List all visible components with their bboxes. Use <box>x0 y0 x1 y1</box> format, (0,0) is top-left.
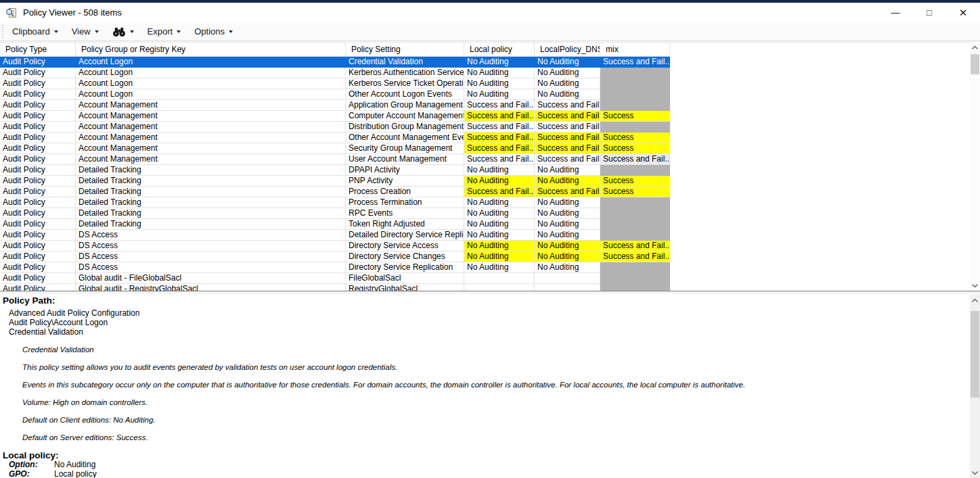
table-cell[interactable]: Success <box>600 187 670 197</box>
table-cell[interactable]: No Auditing <box>464 252 535 262</box>
table-cell[interactable]: No Auditing <box>535 197 600 208</box>
scrollbar-track[interactable] <box>970 53 980 280</box>
table-cell[interactable]: Success <box>600 143 670 154</box>
scroll-up-button[interactable] <box>970 295 980 306</box>
table-cell[interactable]: RPC Events <box>346 208 464 219</box>
table-cell[interactable]: Audit Policy <box>0 176 76 187</box>
table-cell[interactable]: Success and Fail... <box>600 57 670 68</box>
table-cell[interactable] <box>600 197 670 208</box>
table-cell[interactable]: Success and Fail... <box>464 122 535 133</box>
menu-view[interactable]: View <box>67 24 104 39</box>
table-cell[interactable]: No Auditing <box>535 252 600 262</box>
table-cell[interactable]: No Auditing <box>464 165 535 176</box>
table-row[interactable]: Audit PolicyGlobal audit - FileGlobalSac… <box>0 273 970 284</box>
column-header-policy-setting[interactable]: Policy Setting <box>346 43 464 57</box>
table-cell[interactable] <box>600 68 670 78</box>
table-cell[interactable] <box>464 284 535 291</box>
table-cell[interactable] <box>600 122 670 133</box>
table-cell[interactable]: Audit Policy <box>0 154 76 165</box>
table-cell[interactable]: Success and Fail... <box>600 241 670 252</box>
table-cell[interactable]: No Auditing <box>535 78 600 89</box>
table-row[interactable]: Audit PolicyAccount LogonCredential Vali… <box>0 57 970 68</box>
table-cell[interactable]: Success <box>600 176 670 187</box>
table-cell[interactable]: Audit Policy <box>0 187 76 197</box>
table-cell[interactable]: Distribution Group Management <box>346 122 464 133</box>
table-cell[interactable]: Audit Policy <box>0 230 76 241</box>
table-cell[interactable]: No Auditing <box>464 176 535 187</box>
table-row[interactable]: Audit PolicyDS AccessDetailed Directory … <box>0 230 970 241</box>
menu-find[interactable] <box>108 24 139 40</box>
table-cell[interactable]: Detailed Tracking <box>76 208 346 219</box>
table-cell[interactable] <box>600 100 670 111</box>
table-cell[interactable]: Success <box>600 133 670 143</box>
table-cell[interactable]: Success and Fail... <box>464 111 535 122</box>
table-cell[interactable]: Kerberos Authentication Service <box>346 68 464 78</box>
table-row[interactable]: Audit PolicyGlobal audit - RegistryGloba… <box>0 284 970 291</box>
table-cell[interactable]: DS Access <box>76 230 346 241</box>
table-cell[interactable]: Detailed Tracking <box>76 197 346 208</box>
table-cell[interactable]: Success and Fail... <box>535 122 600 133</box>
table-cell[interactable] <box>600 230 670 241</box>
table-cell[interactable]: No Auditing <box>464 78 535 89</box>
table-cell[interactable]: Success and Fail... <box>535 187 600 197</box>
table-cell[interactable]: Process Creation <box>346 187 464 197</box>
table-cell[interactable]: Audit Policy <box>0 68 76 78</box>
table-cell[interactable]: Computer Account Management <box>346 111 464 122</box>
table-cell[interactable]: Audit Policy <box>0 197 76 208</box>
table-cell[interactable]: Success and Fail... <box>535 143 600 154</box>
table-cell[interactable]: Audit Policy <box>0 122 76 133</box>
table-row[interactable]: Audit PolicyAccount ManagementSecurity G… <box>0 143 970 154</box>
table-cell[interactable]: Account Management <box>76 154 346 165</box>
table-cell[interactable]: Application Group Management <box>346 100 464 111</box>
table-cell[interactable]: Account Logon <box>76 57 346 68</box>
menu-export[interactable]: Export <box>143 24 186 39</box>
minimize-button[interactable]: — <box>878 3 912 22</box>
table-cell[interactable]: PNP Activity <box>346 176 464 187</box>
table-cell[interactable] <box>600 78 670 89</box>
column-header-policy-group[interactable]: Policy Group or Registry Key <box>76 43 346 57</box>
table-cell[interactable]: Success and Fail... <box>464 154 535 165</box>
table-cell[interactable]: Detailed Tracking <box>76 165 346 176</box>
table-cell[interactable]: Audit Policy <box>0 165 76 176</box>
table-scrollbar[interactable] <box>970 42 980 291</box>
table-cell[interactable]: Success and Fail... <box>464 100 535 111</box>
table-cell[interactable]: Credential Validation <box>346 57 464 68</box>
table-cell[interactable]: FileGlobalSacl <box>346 273 464 284</box>
table-cell[interactable] <box>600 208 670 219</box>
table-cell[interactable]: DS Access <box>76 241 346 252</box>
table-cell[interactable]: RegistryGlobalSacl <box>346 284 464 291</box>
scrollbar-thumb[interactable] <box>971 311 979 398</box>
table-cell[interactable]: Success and Fail... <box>535 111 600 122</box>
menu-options[interactable]: Options <box>190 24 238 39</box>
table-cell[interactable]: Audit Policy <box>0 284 76 291</box>
table-cell[interactable]: Success and Fail... <box>535 100 600 111</box>
scroll-down-button[interactable] <box>970 280 980 291</box>
column-header-localpolicy-dns[interactable]: LocalPolicy_DNS2l <box>535 43 600 57</box>
table-cell[interactable]: Directory Service Replication <box>346 262 464 273</box>
table-cell[interactable]: DPAPI Activity <box>346 165 464 176</box>
table-cell[interactable]: Account Management <box>76 143 346 154</box>
table-row[interactable]: Audit PolicyDS AccessDirectory Service A… <box>0 241 970 252</box>
table-cell[interactable]: Success and Fail... <box>535 133 600 143</box>
table-cell[interactable] <box>600 219 670 230</box>
table-row[interactable]: Audit PolicyAccount ManagementApplicatio… <box>0 100 970 111</box>
table-cell[interactable]: Audit Policy <box>0 273 76 284</box>
menu-clipboard[interactable]: Clipboard <box>7 24 63 39</box>
table-cell[interactable]: Audit Policy <box>0 208 76 219</box>
table-cell[interactable]: No Auditing <box>535 57 600 68</box>
table-row[interactable]: Audit PolicyDetailed TrackingToken Right… <box>0 219 970 230</box>
table-cell[interactable]: No Auditing <box>464 208 535 219</box>
table-cell[interactable]: Audit Policy <box>0 262 76 273</box>
table-cell[interactable] <box>464 273 535 284</box>
table-cell[interactable]: No Auditing <box>464 241 535 252</box>
table-cell[interactable]: No Auditing <box>535 262 600 273</box>
table-row[interactable]: Audit PolicyDetailed TrackingPNP Activit… <box>0 176 970 187</box>
table-cell[interactable]: Success and Fail... <box>535 154 600 165</box>
table-row[interactable]: Audit PolicyDS AccessDirectory Service R… <box>0 262 970 273</box>
table-cell[interactable]: Audit Policy <box>0 143 76 154</box>
details-scrollbar[interactable] <box>970 295 980 478</box>
table-cell[interactable]: Success <box>600 111 670 122</box>
table-cell[interactable]: Process Termination <box>346 197 464 208</box>
table-row[interactable]: Audit PolicyAccount ManagementDistributi… <box>0 122 970 133</box>
table-cell[interactable]: Audit Policy <box>0 252 76 262</box>
